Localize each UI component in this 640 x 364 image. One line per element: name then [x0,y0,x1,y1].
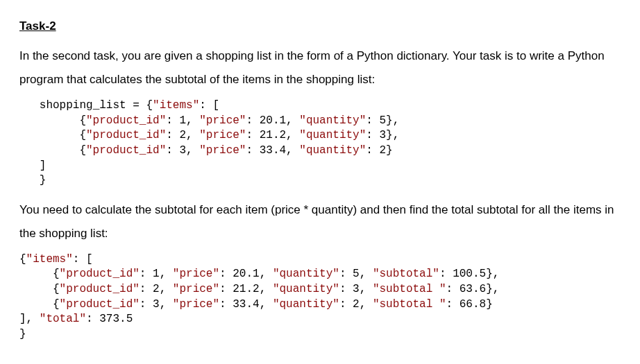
price-val: 21.2 [260,129,286,141]
pid-key: "product_id" [86,114,166,127]
price-key: "price" [173,298,219,311]
input-code-block: shopping_list = {"items": [ {"product_id… [19,98,621,189]
qty-key: "quantity" [299,114,366,127]
total-val: 373.5 [99,313,133,325]
pid-val: 2 [179,129,186,141]
pid-key: "product_id" [60,283,140,295]
sub-val: 66.8 [460,298,486,311]
sub-key: "subtotal" [373,268,439,280]
var-name: shopping_list [40,99,126,112]
items-key: "items" [26,253,73,266]
price-val: 33.4 [260,144,286,157]
task-intro-paragraph: In the second task, you are given a shop… [19,44,621,92]
price-val: 21.2 [233,283,259,295]
price-key: "price" [199,114,246,127]
price-val: 20.1 [260,114,286,127]
price-key: "price" [173,283,219,295]
qty-key: "quantity" [273,298,339,311]
pid-key: "product_id" [60,298,140,311]
qty-key: "quantity" [299,144,366,157]
price-key: "price" [173,268,219,280]
task-output-paragraph: You need to calculate the subtotal for e… [19,198,621,245]
qty-val: 5 [380,114,387,127]
sub-val: 100.5 [453,268,486,280]
qty-val: 2 [353,298,360,311]
pid-val: 1 [153,268,160,280]
qty-val: 5 [353,268,360,280]
price-val: 20.1 [233,268,259,280]
qty-key: "quantity" [273,268,339,280]
sub-key: "subtotal " [373,283,446,295]
pid-key: "product_id" [60,268,140,280]
price-key: "price" [199,129,246,141]
qty-val: 2 [380,144,387,157]
pid-key: "product_id" [86,129,166,141]
price-val: 33.4 [233,298,259,311]
output-code-block: {"items": [ {"product_id": 1, "price": 2… [19,252,621,343]
pid-val: 3 [179,144,186,157]
qty-key: "quantity" [299,129,366,141]
items-key: "items" [153,99,199,112]
task-heading: Task-2 [19,15,621,37]
qty-key: "quantity" [273,283,339,295]
pid-val: 1 [179,114,186,127]
qty-val: 3 [380,129,387,141]
pid-key: "product_id" [86,144,166,157]
price-key: "price" [199,144,246,157]
qty-val: 3 [353,283,360,295]
pid-val: 2 [153,283,160,295]
sub-val: 63.6 [460,283,486,295]
pid-val: 3 [153,298,160,311]
sub-key: "subtotal " [373,298,446,311]
total-key: "total" [40,313,86,325]
